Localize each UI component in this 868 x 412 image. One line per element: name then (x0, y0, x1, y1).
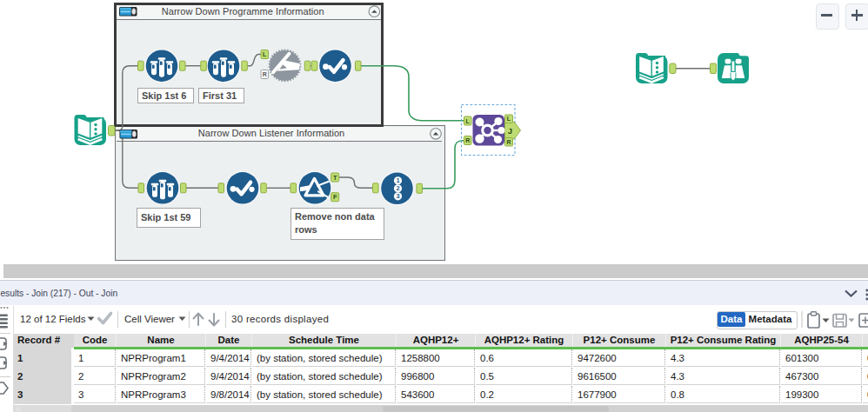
svg-text:T: T (333, 174, 337, 182)
svg-text:J: J (508, 126, 512, 136)
svg-text:2: 2 (396, 184, 399, 192)
svg-text:R: R (263, 71, 267, 77)
svg-text:3: 3 (396, 192, 399, 200)
svg-text:1: 1 (396, 176, 399, 184)
svg-text:L: L (263, 51, 267, 57)
svg-text:F: F (333, 193, 337, 201)
svg-text:R: R (506, 139, 511, 145)
svg-text:L: L (466, 118, 471, 124)
svg-text:R: R (465, 137, 470, 143)
svg-text:L: L (507, 116, 511, 122)
